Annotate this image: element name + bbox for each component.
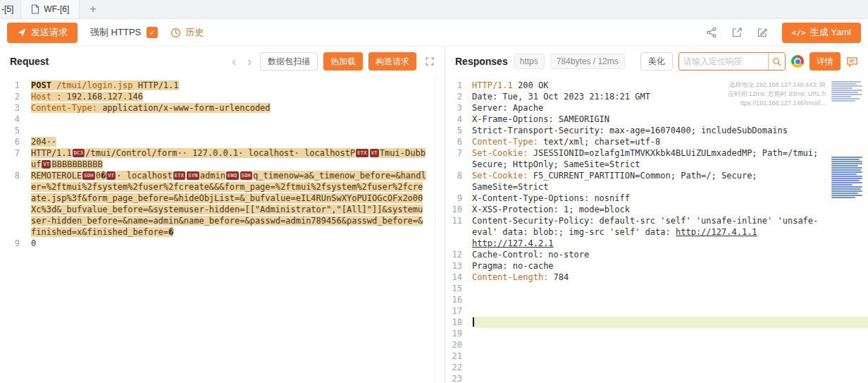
line-number: 2 <box>0 91 31 102</box>
code-line[interactable]: 2Host : 192.168.127.146 <box>0 91 445 102</box>
response-header-actions: 美化 详情 <box>640 52 858 71</box>
line-number: 22 <box>445 362 472 373</box>
export-icon <box>731 27 743 38</box>
tab-bar: -[5] WF-[6] + <box>0 0 868 19</box>
code-line[interactable]: 22 <box>445 362 868 373</box>
code-line[interactable]: 13Pragma: no-cache <box>445 260 868 272</box>
minimap-block-body <box>831 157 865 198</box>
code-line[interactable]: 18 <box>445 317 868 328</box>
packet-scan-button[interactable]: 数据包扫描 <box>260 52 318 71</box>
line-number: 7 <box>0 147 31 170</box>
line-number: 13 <box>445 260 472 272</box>
prev-request-button[interactable]: ‹ <box>229 55 239 68</box>
request-header-actions: ‹ › 数据包扫描 热加载 构造请求 <box>229 52 435 71</box>
text-cursor <box>473 317 474 327</box>
control-char-badge: ENQ <box>226 171 239 180</box>
line-number: 20 <box>445 339 472 351</box>
code-line[interactable]: 3Content-Type: application/x-www-form-ur… <box>0 102 445 114</box>
export-button[interactable] <box>731 27 743 38</box>
code-icon: </> <box>792 28 806 37</box>
code-line[interactable]: 5 <box>0 125 445 136</box>
code-line[interactable]: 5Strict-Transport-Security: max-age=1607… <box>445 125 868 136</box>
window-label: -[5] <box>0 4 20 14</box>
code-line[interactable]: 19 <box>445 328 868 339</box>
line-number: 4 <box>445 114 472 125</box>
response-panel: Responses https 784bytes / 12ms 美化 <box>445 47 868 383</box>
construct-request-button[interactable]: 构造请求 <box>368 52 416 71</box>
code-line[interactable]: 12Cache-Control: no-store <box>445 249 868 260</box>
code-line[interactable]: 17 <box>445 305 868 317</box>
generate-yaml-button[interactable]: </> 生成 Yaml <box>782 23 861 43</box>
code-line[interactable]: 16 <box>445 294 868 305</box>
code-line[interactable]: 4 <box>0 114 445 125</box>
send-request-label: 发送请求 <box>31 26 68 39</box>
code-line[interactable]: 21 <box>445 351 868 362</box>
control-char-badge: DC3 <box>73 149 85 157</box>
code-line[interactable]: 6Content-Type: text/xml; charset=utf-8 <box>445 136 868 147</box>
clock-icon <box>170 28 181 38</box>
code-line[interactable]: 4X-Frame-Options: SAMEORIGIN <box>445 114 868 125</box>
code-line[interactable]: 9X-Content-Type-Options: nosniff <box>445 193 868 204</box>
compose-button[interactable] <box>757 27 768 38</box>
code-line[interactable]: 1POST /tmui/login.jsp HTTP/1.1 <box>0 80 445 91</box>
search-button[interactable] <box>768 53 785 70</box>
main-split: Request ‹ › 数据包扫描 热加载 构造请求 1POST /tmui/l… <box>0 47 868 383</box>
beautify-button[interactable]: 美化 <box>640 52 673 71</box>
code-line[interactable]: 10X-XSS-Protection: 1; mode=block <box>445 204 868 215</box>
code-line[interactable]: 11Content-Security-Policy: default-src '… <box>445 215 868 249</box>
line-number: 6 <box>0 136 31 147</box>
control-char-badge: VT <box>370 149 379 157</box>
control-char-badge: VT <box>106 171 116 180</box>
line-number: 18 <box>445 317 472 328</box>
request-editor[interactable]: 1POST /tmui/login.jsp HTTP/1.12Host : 19… <box>0 76 445 249</box>
line-number: 6 <box>445 136 472 147</box>
code-line[interactable]: 14Content-Length: 784 <box>445 272 868 283</box>
force-https-group: 强制 HTTPS ✓ <box>90 26 158 39</box>
details-button[interactable]: 详情 <box>810 52 841 71</box>
line-number: 19 <box>445 328 472 339</box>
force-https-checkbox[interactable]: ✓ <box>147 27 158 38</box>
code-line[interactable]: 3Server: Apache <box>445 102 868 114</box>
control-char-badge: SYN <box>187 171 199 180</box>
code-line[interactable]: 20 <box>445 339 868 351</box>
code-line[interactable]: 8REMOTEROLESOH0�VT· localhostETXSYNadmin… <box>0 170 445 238</box>
line-number: 3 <box>445 102 472 114</box>
request-title: Request <box>10 56 49 67</box>
code-line[interactable]: 15 <box>445 283 868 294</box>
next-request-button[interactable]: › <box>244 55 254 68</box>
code-line[interactable]: 23 <box>445 373 868 383</box>
history-button[interactable]: 历史 <box>170 26 204 39</box>
open-in-browser-button[interactable] <box>791 55 804 68</box>
search-box <box>678 52 786 71</box>
tab-wf[interactable]: WF-[6] <box>20 0 80 18</box>
send-request-button[interactable]: 发送请求 <box>7 23 78 43</box>
responses-title: Responses <box>455 56 508 67</box>
control-char-badge: SOH <box>240 171 253 180</box>
code-line[interactable]: 7Set-Cookie: JSESSIONID=ozlafg1mTMVKXkbk… <box>445 147 868 170</box>
line-number: 8 <box>445 170 472 193</box>
response-viewer[interactable]: 1HTTP/1.1 200 OK2Date: Tue, 31 Oct 2023 … <box>445 76 868 383</box>
line-number: 17 <box>445 305 472 317</box>
code-line[interactable]: 7HTTP/1.1DC3/tmui/Control/form·· 127.0.0… <box>0 147 445 170</box>
share-button[interactable] <box>706 27 717 38</box>
search-input[interactable] <box>679 56 768 66</box>
comment-button[interactable] <box>846 56 858 68</box>
response-header: Responses https 784bytes / 12ms 美化 <box>445 47 868 76</box>
minimap[interactable] <box>831 80 865 383</box>
share-icon <box>706 27 717 38</box>
code-line[interactable]: 8Set-Cookie: F5_CURRENT_PARTITION=Common… <box>445 170 868 193</box>
line-number: 9 <box>0 238 31 249</box>
expand-button[interactable] <box>425 56 435 66</box>
request-panel: Request ‹ › 数据包扫描 热加载 构造请求 1POST /tmui/l… <box>0 47 445 383</box>
hot-reload-button[interactable]: 热加载 <box>323 52 363 71</box>
line-number: 9 <box>445 193 472 204</box>
code-line[interactable]: 1HTTP/1.1 200 OK <box>445 80 868 91</box>
code-line[interactable]: 2Date: Tue, 31 Oct 2023 21:18:21 GMT <box>445 91 868 102</box>
new-tab-button[interactable]: + <box>89 3 96 16</box>
line-number: 12 <box>445 249 472 260</box>
code-line[interactable]: 90 <box>0 238 445 249</box>
line-number: 3 <box>0 102 31 114</box>
send-icon <box>17 28 27 37</box>
code-line[interactable]: 6204·· <box>0 136 445 147</box>
document-icon <box>31 4 39 14</box>
